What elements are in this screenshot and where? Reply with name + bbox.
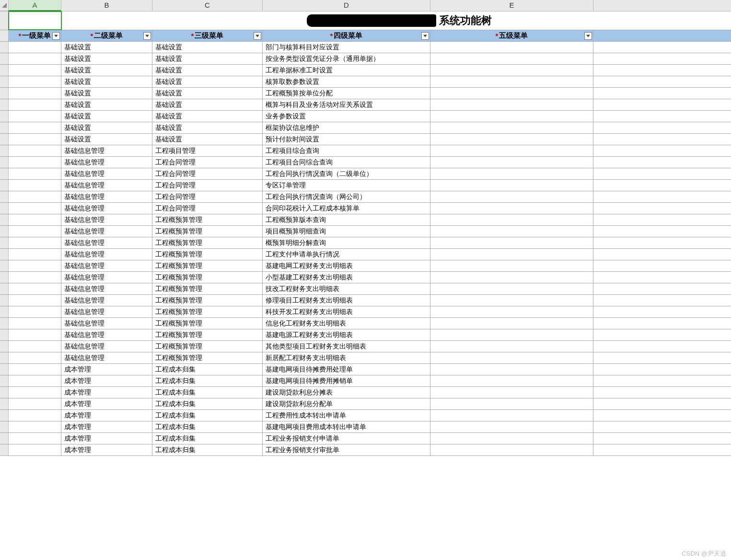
row-header[interactable]	[0, 283, 9, 294]
cell-a[interactable]	[9, 203, 61, 214]
cell-d[interactable]: 概算与科目及业务活动对应关系设置	[263, 99, 430, 110]
cell-c[interactable]: 工程概预算管理	[152, 341, 263, 352]
row-header[interactable]	[0, 341, 9, 352]
cell-b[interactable]: 基础信息管理	[61, 306, 152, 317]
row-header[interactable]	[0, 306, 9, 317]
cell-empty[interactable]	[593, 237, 731, 248]
cell-c[interactable]: 工程成本归集	[152, 421, 263, 432]
cell-empty[interactable]	[593, 168, 731, 179]
column-header-d[interactable]: D	[263, 0, 430, 11]
cell-empty[interactable]	[593, 226, 731, 237]
cell-empty[interactable]	[593, 180, 731, 191]
cell-c[interactable]: 基础设置	[152, 65, 263, 76]
row-header[interactable]	[0, 203, 9, 214]
cell-a[interactable]	[9, 364, 61, 375]
cell-e[interactable]	[430, 214, 593, 225]
cell-b[interactable]: 基础信息管理	[61, 226, 152, 237]
cell-empty[interactable]	[593, 88, 731, 99]
cell-b[interactable]: 基础信息管理	[61, 318, 152, 329]
cell-e[interactable]	[430, 260, 593, 271]
row-header[interactable]	[0, 88, 9, 99]
cell-d[interactable]: 工程概预算按单位分配	[263, 88, 430, 99]
cell-b[interactable]: 基础信息管理	[61, 329, 152, 340]
cell-c[interactable]: 工程概预算管理	[152, 237, 263, 248]
cell-d[interactable]: 框架协议信息维护	[263, 122, 430, 133]
row-header[interactable]	[0, 191, 9, 202]
row-header[interactable]	[0, 76, 9, 87]
row-header[interactable]	[0, 387, 9, 398]
cell-d[interactable]: 部门与核算科目对应设置	[263, 42, 430, 53]
cell-c[interactable]: 工程概预算管理	[152, 352, 263, 363]
cell-b[interactable]: 成本管理	[61, 375, 152, 386]
cell-c[interactable]: 工程合同管理	[152, 180, 263, 191]
cell-e[interactable]	[430, 226, 593, 237]
cell-a[interactable]	[9, 318, 61, 329]
cell-d[interactable]: 工程项目合同综合查询	[263, 157, 430, 168]
row-header[interactable]	[0, 444, 9, 455]
cell-empty[interactable]	[593, 260, 731, 271]
cell-c[interactable]: 工程成本归集	[152, 387, 263, 398]
row-header[interactable]	[0, 42, 9, 53]
cell-a[interactable]	[9, 168, 61, 179]
cell-empty[interactable]	[593, 410, 731, 421]
cell-e[interactable]	[430, 168, 593, 179]
cell-d[interactable]: 工程业务报销支付审批单	[263, 444, 430, 455]
cell-e[interactable]	[430, 341, 593, 352]
cell-e[interactable]	[430, 157, 593, 168]
cell-e[interactable]	[430, 295, 593, 306]
cell-c[interactable]: 工程概预算管理	[152, 295, 263, 306]
cell-b[interactable]: 基础设置	[61, 42, 152, 53]
cell-e[interactable]	[430, 76, 593, 87]
cell-a[interactable]	[9, 42, 61, 53]
row-header[interactable]	[0, 352, 9, 363]
filter-dropdown-button[interactable]	[584, 32, 592, 40]
cell-d[interactable]: 基建电源工程财务支出明细表	[263, 329, 430, 340]
cell-empty[interactable]	[593, 76, 731, 87]
cell-d[interactable]: 合同印花税计入工程成本核算单	[263, 203, 430, 214]
cell-e[interactable]	[430, 433, 593, 444]
cell-d[interactable]: 建设期贷款利息分配单	[263, 398, 430, 409]
row-header[interactable]	[0, 364, 9, 375]
row-header[interactable]	[0, 398, 9, 409]
cell-b[interactable]: 成本管理	[61, 398, 152, 409]
cell-e[interactable]	[430, 444, 593, 455]
cell-e[interactable]	[430, 122, 593, 133]
cell-e[interactable]	[430, 283, 593, 294]
cell-e[interactable]	[430, 375, 593, 386]
cell-empty[interactable]	[593, 421, 731, 432]
cell-a[interactable]	[9, 352, 61, 363]
cell-a[interactable]	[9, 122, 61, 133]
cell-a[interactable]	[9, 387, 61, 398]
cell-b[interactable]: 基础信息管理	[61, 352, 152, 363]
cell-d[interactable]: 工程概预算版本查询	[263, 214, 430, 225]
cell-c[interactable]: 工程项目管理	[152, 145, 263, 156]
cell-empty[interactable]	[593, 134, 731, 145]
cell-empty[interactable]	[593, 122, 731, 133]
cell-empty[interactable]	[593, 272, 731, 283]
cell-a[interactable]	[9, 260, 61, 271]
cell-b[interactable]: 基础设置	[61, 88, 152, 99]
cell-c[interactable]: 工程成本归集	[152, 398, 263, 409]
cell-b[interactable]: 基础信息管理	[61, 191, 152, 202]
cell-e[interactable]	[430, 237, 593, 248]
cell-c[interactable]: 基础设置	[152, 134, 263, 145]
cell-e[interactable]	[430, 329, 593, 340]
cell-empty[interactable]	[593, 387, 731, 398]
cell-e[interactable]	[430, 387, 593, 398]
cell-d[interactable]: 科技开发工程财务支出明细表	[263, 306, 430, 317]
row-header[interactable]	[0, 134, 9, 145]
cell-a[interactable]	[9, 329, 61, 340]
cell-d[interactable]: 工程费用性成本转出申请单	[263, 410, 430, 421]
cell-b[interactable]: 基础信息管理	[61, 203, 152, 214]
cell-d[interactable]: 工程项目综合查询	[263, 145, 430, 156]
cell-empty[interactable]	[593, 444, 731, 455]
cell-d[interactable]: 基建电网工程财务支出明细表	[263, 260, 430, 271]
cell-empty[interactable]	[593, 329, 731, 340]
cell-e[interactable]	[430, 111, 593, 122]
cell-e[interactable]	[430, 191, 593, 202]
header-level2[interactable]: * 二级菜单	[61, 30, 152, 41]
cell-c[interactable]: 基础设置	[152, 111, 263, 122]
cell-d[interactable]: 按业务类型设置凭证分录（通用单据）	[263, 53, 430, 64]
cell-a[interactable]	[9, 134, 61, 145]
cell-c[interactable]: 工程合同管理	[152, 157, 263, 168]
